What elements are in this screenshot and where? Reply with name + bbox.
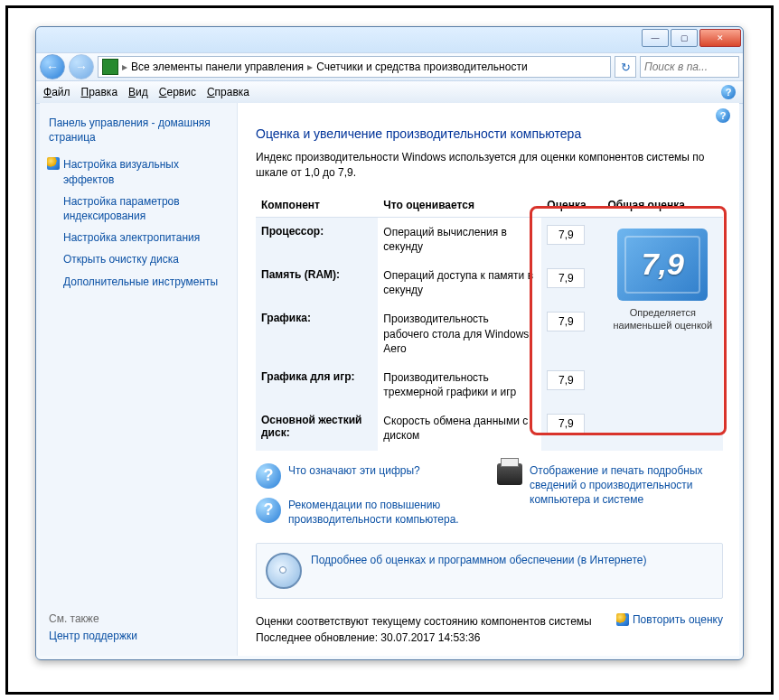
minimize-button[interactable]: — [642,29,669,47]
close-button[interactable]: ✕ [699,29,741,47]
base-score-value: 7,9 [642,247,684,282]
row-disk-score: 7,9 [547,414,585,434]
maximize-button[interactable]: ▢ [671,29,698,47]
question-icon: ? [256,463,281,489]
row-disk-name: Основной жесткий диск: [256,406,378,450]
scores-table: Компонент Что оценивается Оценка Общая о… [256,193,723,451]
menu-file[interactable]: Файл [43,86,70,98]
software-icon [266,553,302,589]
base-score-graphic: 7,9 [617,229,708,301]
sidebar-item-disk-cleanup[interactable]: Открыть очистку диска [63,252,228,266]
printer-icon [497,463,522,485]
col-what: Что оценивается [378,193,541,218]
titlebar: — ▢ ✕ [36,27,743,52]
sidebar-item-power[interactable]: Настройка электропитания [63,230,228,245]
col-component: Компонент [256,193,378,218]
base-score-caption: Определяется наименьшей оценкой [608,306,718,332]
breadcrumb-seg-2[interactable]: Счетчики и средства производительности [316,61,527,73]
menu-edit[interactable]: Правка [81,86,118,98]
sidebar-item-advanced-tools[interactable]: Дополнительные инструменты [63,275,228,289]
base-score-block: 7,9 Определяется наименьшей оценкой [608,229,718,332]
see-also-header: См. также [49,612,228,625]
back-button[interactable]: ← [40,54,65,79]
link-print-details[interactable]: Отображение и печать подробных сведений … [530,463,723,508]
row-gfx-name: Графика: [256,304,378,363]
status-text: Оценки соответствуют текущему состоянию … [256,613,592,646]
row-ram-name: Память (RAM): [256,261,378,304]
sidebar-item-visual-effects[interactable]: Настройка визуальных эффектов [63,157,228,186]
help-icon[interactable]: ? [721,85,736,99]
sidebar-home-link[interactable]: Панель управления - домашняя страница [49,116,228,145]
menu-tools[interactable]: Сервис [159,86,196,98]
window-frame: — ▢ ✕ ← → ▸ Все элементы панели управлен… [35,26,744,660]
col-score: Оценка [541,193,602,218]
row-gaming-score: 7,9 [547,370,585,390]
control-panel-icon [102,59,118,75]
sidebar: Панель управления - домашняя страница На… [40,103,238,656]
row-gaming-desc: Производительность трехмерной графики и … [378,363,541,406]
breadcrumb-seg-1[interactable]: Все элементы панели управления [131,61,304,73]
rerun-assessment-link[interactable]: Повторить оценку [616,613,723,626]
row-disk-desc: Скорость обмена данными с диском [378,406,541,450]
row-cpu-name: Процессор: [256,217,378,261]
row-cpu-score: 7,9 [547,225,585,245]
intro-text: Индекс производительности Windows исполь… [256,150,723,181]
link-perf-tips[interactable]: Рекомендации по повышению производительн… [288,498,470,527]
address-bar[interactable]: ▸ Все элементы панели управления ▸ Счетч… [98,56,611,78]
question-icon: ? [256,498,281,523]
sidebar-action-center-link[interactable]: Центр поддержки [49,629,228,643]
row-ram-score: 7,9 [547,268,585,288]
help-icon[interactable]: ? [716,108,730,123]
row-cpu-desc: Операций вычисления в секунду [378,217,541,261]
menu-help[interactable]: Справка [207,86,249,98]
col-base: Общая оценка [603,193,723,218]
main-content: ? Оценка и увеличение производительности… [238,103,739,656]
row-gaming-name: Графика для игр: [256,363,378,406]
nav-bar: ← → ▸ Все элементы панели управления ▸ С… [36,52,743,81]
row-gfx-score: 7,9 [547,312,585,331]
row-gfx-desc: Производительность рабочего стола для Wi… [378,304,541,363]
refresh-button[interactable]: ↻ [615,56,636,78]
page-title: Оценка и увеличение производительности к… [256,126,723,141]
menu-bar: Файл Правка Вид Сервис Справка ? [36,81,743,104]
row-ram-desc: Операций доступа к памяти в секунду [378,261,541,304]
sidebar-item-indexing[interactable]: Настройка параметров индексирования [63,194,228,223]
forward-button[interactable]: → [69,54,94,79]
link-learn-more[interactable]: Подробнее об оценках и программном обесп… [311,553,646,567]
search-input[interactable]: Поиск в па... [640,56,739,78]
link-what-numbers[interactable]: Что означают эти цифры? [288,463,420,478]
learn-more-box: Подробнее об оценках и программном обесп… [256,543,723,599]
menu-view[interactable]: Вид [128,86,148,98]
